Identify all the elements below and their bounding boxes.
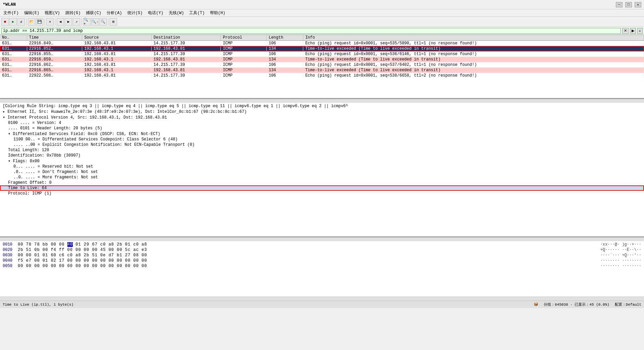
menu-item-h[interactable]: 帮助(H) bbox=[208, 9, 227, 16]
table-row[interactable]: 631…22916.852…192.168.43.1192.168.43.81I… bbox=[0, 46, 644, 51]
hex-bytes[interactable]: 00 00 00 00 00 00 00 00 00 00 00 00 00 0… bbox=[18, 264, 595, 268]
table-cell: 192.168.43.81 bbox=[82, 73, 152, 78]
detail-hscroll[interactable] bbox=[0, 237, 644, 241]
detail-line[interactable]: ▾ Internet Protocol Version 4, Src: 192.… bbox=[0, 115, 644, 120]
table-cell: 192.168.43.81 bbox=[151, 57, 221, 62]
detail-line[interactable]: .... 0101 = Header Length: 20 bytes (5) bbox=[0, 126, 644, 131]
table-cell: ICMP bbox=[221, 68, 267, 73]
zoom-out-button[interactable]: 🔍- bbox=[91, 18, 99, 26]
back-button[interactable]: ◀ bbox=[57, 18, 64, 26]
minimize-button[interactable]: — bbox=[616, 2, 623, 7]
detail-line[interactable]: Total Length: 120 bbox=[0, 147, 644, 153]
table-cell: 192.168.43.81 bbox=[82, 51, 152, 57]
detail-line[interactable]: Fragment Offset: 0 bbox=[0, 180, 644, 185]
filter-input[interactable] bbox=[1, 28, 621, 34]
table-cell: ICMP bbox=[221, 41, 267, 46]
col-length: Length bbox=[267, 35, 303, 41]
hex-bytes[interactable]: 00 00 01 01 60 c6 c0 a8 2b 51 0e d7 b1 2… bbox=[18, 253, 595, 258]
menu-item-s[interactable]: 统计(S) bbox=[125, 9, 145, 16]
menu-item-c[interactable]: 捕获(C) bbox=[84, 9, 103, 16]
status-message: Time to Live (ip.ttl), 1 byte(s) bbox=[3, 303, 531, 307]
detail-line[interactable]: .0.. .... = Don't fragment: Not set bbox=[0, 169, 644, 175]
detail-line[interactable]: ▸ Ethernet II, Src: HuaweiTe_2e:07:3e (4… bbox=[0, 109, 644, 115]
menu-item-g[interactable]: 跳转(G) bbox=[63, 9, 83, 16]
table-row[interactable]: 631…22916.862…192.168.43.8114.215.177.39… bbox=[0, 62, 644, 68]
filter-apply-button[interactable]: ▶ bbox=[630, 28, 636, 34]
packet-list[interactable]: No. Time Source Destination Protocol Len… bbox=[0, 35, 644, 99]
detail-line[interactable]: 0... .... = Reserved bit: Not set bbox=[0, 164, 644, 169]
hex-row: 005000 00 00 00 00 00 00 00 00 00 00 00 … bbox=[0, 263, 644, 269]
hex-bytes[interactable]: 2b 51 0b 00 f4 ff 00 00 00 00 45 00 00 5… bbox=[18, 248, 595, 252]
table-row[interactable]: 631…22916.865…192.168.43.1192.168.43.81I… bbox=[0, 68, 644, 73]
detail-line[interactable]: Time to Live: 64 bbox=[0, 185, 644, 191]
table-cell: 631… bbox=[0, 46, 27, 51]
menu-item-w[interactable]: 无线(W) bbox=[167, 9, 186, 16]
filter-clear-button[interactable]: ✕ bbox=[622, 28, 629, 34]
status-segments: 分组：645038 · 已显示：45 (0.0%) bbox=[544, 302, 609, 307]
goto-button[interactable]: ↗ bbox=[73, 18, 80, 26]
table-cell: 631… bbox=[0, 41, 27, 46]
menu-item-v[interactable]: 视图(V) bbox=[43, 9, 62, 16]
separator-2 bbox=[45, 18, 45, 26]
detail-line[interactable]: ..0. .... = More fragments: Not set bbox=[0, 175, 644, 180]
detail-line[interactable]: 1100 00.. = Differentiated Services Code… bbox=[0, 137, 644, 142]
maximize-button[interactable]: □ bbox=[625, 2, 632, 7]
table-cell: 22916.859… bbox=[27, 57, 82, 62]
table-cell: 631… bbox=[0, 62, 27, 68]
hex-ascii: ·xx···@· )g··+··· bbox=[600, 242, 641, 247]
hex-row: 0040f5 e7 00 01 02 17 00 00 00 00 00 00 … bbox=[0, 258, 644, 263]
hex-bytes[interactable]: f5 e7 00 01 02 17 00 00 00 00 00 00 00 0… bbox=[18, 258, 595, 263]
table-cell: Time-to-live exceeded (Time to live exce… bbox=[303, 57, 644, 62]
open-button[interactable]: 📂 bbox=[28, 18, 35, 26]
table-row[interactable]: 631…22916.855…192.168.43.8114.215.177.39… bbox=[0, 51, 644, 57]
restart-button[interactable]: ↺ bbox=[17, 18, 25, 26]
start-button[interactable]: ▶ bbox=[9, 18, 17, 26]
table-cell: 22916.855… bbox=[27, 51, 82, 57]
close-button[interactable]: ✕ bbox=[635, 2, 641, 7]
hex-pane[interactable]: 001000 78 78 bb 00 00 40 01 29 67 c0 a8 … bbox=[0, 241, 644, 297]
detail-pane[interactable]: [Coloring Rule String: icmp.type eq 3 ||… bbox=[0, 103, 644, 237]
hex-bytes[interactable]: 00 78 78 bb 00 00 40 01 29 67 c0 a8 2b 0… bbox=[18, 242, 595, 247]
resize-button[interactable]: ⊞ bbox=[110, 18, 117, 26]
table-cell: 14.215.177.39 bbox=[151, 62, 221, 68]
table-cell: 631… bbox=[0, 68, 27, 73]
menu-item-y[interactable]: 电话(Y) bbox=[146, 9, 165, 16]
hex-row: 00202b 51 0b 00 f4 ff 00 00 00 00 45 00 … bbox=[0, 247, 644, 253]
table-cell: 631… bbox=[0, 73, 27, 78]
zoom-in-button[interactable]: 🔍+ bbox=[83, 18, 91, 26]
menu-item-t[interactable]: 工具(T) bbox=[187, 9, 207, 16]
hex-offset: 0020 bbox=[3, 248, 18, 252]
detail-line[interactable]: ▾ Differentiated Services Field: 0xc0 (D… bbox=[0, 131, 644, 137]
detail-line[interactable]: [Coloring Rule String: icmp.type eq 3 ||… bbox=[0, 103, 644, 109]
detail-line[interactable]: Protocol: ICMP (1) bbox=[0, 191, 644, 196]
hex-ascii: +Q······ ··E··\·· bbox=[600, 248, 641, 252]
detail-line[interactable]: ▾ Flags: 0x00 bbox=[0, 158, 644, 164]
forward-button[interactable]: ▶ bbox=[65, 18, 72, 26]
table-cell: ICMP bbox=[221, 57, 267, 62]
save-button[interactable]: 💾 bbox=[36, 18, 43, 26]
window-title: *WLAN bbox=[3, 2, 16, 7]
hex-row: 001000 78 78 bb 00 00 40 01 29 67 c0 a8 … bbox=[0, 242, 644, 247]
menu-item-e[interactable]: 编辑(E) bbox=[22, 9, 42, 16]
table-row[interactable]: 631…22916.859…192.168.43.1192.168.43.81I… bbox=[0, 57, 644, 62]
detail-line[interactable]: 0100 .... = Version: 4 bbox=[0, 120, 644, 126]
table-row[interactable]: 631…22916.849…192.168.43.8114.215.177.39… bbox=[0, 41, 644, 46]
menu-item-f[interactable]: 文件(F) bbox=[1, 9, 21, 16]
status-indicator: 📦 bbox=[534, 302, 538, 307]
detail-line[interactable]: .... ..00 = Explicit Congestion Notifica… bbox=[0, 142, 644, 147]
stop-button[interactable]: ■ bbox=[1, 18, 9, 26]
col-no: No. bbox=[0, 35, 27, 41]
menu-item-a[interactable]: 分析(A) bbox=[105, 9, 124, 16]
filter-save-button[interactable]: + bbox=[637, 28, 643, 34]
packet-hscroll[interactable] bbox=[0, 99, 644, 103]
table-cell: 106 bbox=[267, 51, 303, 57]
zoom-normal-button[interactable]: 🔍 bbox=[99, 18, 107, 26]
detail-line[interactable]: Identification: 0x78bb (30907) bbox=[0, 153, 644, 158]
separator-5 bbox=[108, 18, 108, 26]
col-protocol: Protocol bbox=[221, 35, 267, 41]
col-destination: Destination bbox=[151, 35, 221, 41]
col-time: Time bbox=[27, 35, 82, 41]
hex-hscroll[interactable] bbox=[0, 297, 644, 301]
close-file-button[interactable]: ✕ bbox=[46, 18, 54, 26]
table-row[interactable]: 631…22922.508…192.168.43.8114.215.177.39… bbox=[0, 73, 644, 78]
